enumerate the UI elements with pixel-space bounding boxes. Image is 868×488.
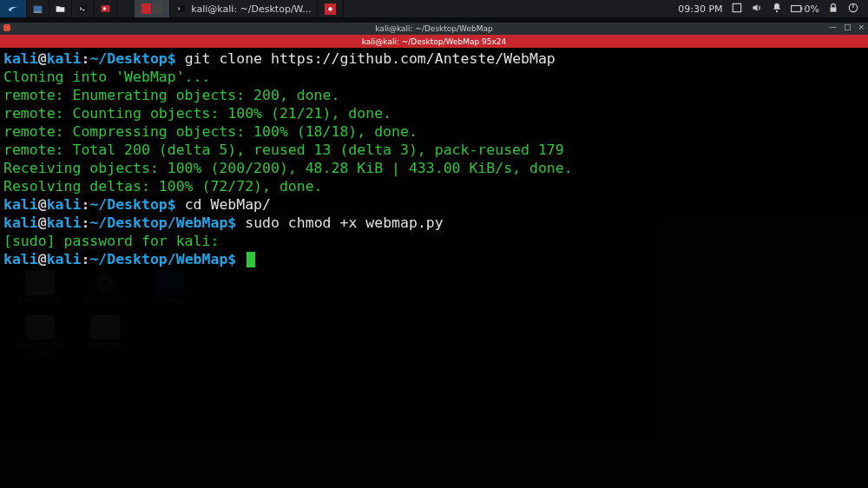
terminal-titlebar[interactable]: kali@kali: ~/Desktop/WebMap — □ ×	[0, 23, 868, 35]
terminal-tab-label: kali@kali: ~/Desktop/WebMap 95x24	[362, 37, 506, 46]
show-desktop-button[interactable]	[27, 0, 49, 17]
svg-rect-10	[733, 3, 740, 11]
file-manager-button[interactable]	[49, 0, 72, 17]
terminal-output-line: Cloning into 'WebMap'...	[3, 69, 210, 85]
terminal-output-line: [sudo] password for kali:	[3, 233, 227, 249]
terminal-output-line: Receiving objects: 100% (200/200), 48.28…	[3, 160, 573, 176]
svg-rect-2	[79, 5, 88, 12]
terminal-command: sudo chmod +x webmap.py	[236, 214, 443, 231]
svg-rect-13	[801, 7, 802, 10]
svg-point-9	[328, 7, 332, 10]
kali-menu-button[interactable]	[0, 0, 27, 17]
taskbar: kali@kali: ~/Desktop/W... 09:30 PM 0%	[0, 0, 868, 17]
prompt-path: ~/Desktop	[89, 196, 167, 213]
svg-point-4	[103, 7, 106, 10]
prompt-host: kali	[47, 50, 82, 67]
terminal-cursor	[247, 252, 255, 267]
taskbar-task-recorder[interactable]	[318, 0, 344, 17]
lock-icon[interactable]	[827, 2, 839, 16]
taskbar-task-label: kali@kali: ~/Desktop/W...	[191, 3, 311, 15]
workspace-switcher[interactable]	[135, 0, 170, 17]
power-icon[interactable]	[847, 2, 859, 16]
prompt-host: kali	[47, 251, 82, 267]
svg-point-11	[775, 10, 777, 11]
svg-rect-12	[791, 6, 800, 12]
prompt-path: ~/Desktop/WebMap	[89, 214, 227, 231]
prompt-path: ~/Desktop/WebMap	[89, 251, 227, 267]
battery-percent: 0%	[805, 3, 819, 15]
volume-icon[interactable]	[751, 2, 763, 16]
prompt-host: kali	[47, 214, 82, 231]
svg-rect-7	[177, 5, 186, 12]
window-minimize-button[interactable]: —	[829, 23, 837, 31]
notifications-icon[interactable]	[771, 2, 783, 16]
terminal-window: kali@kali: ~/Desktop/WebMap — □ × kali@k…	[0, 23, 868, 488]
terminal-output-line: remote: Compressing objects: 100% (18/18…	[3, 123, 418, 140]
terminal-body[interactable]: kali@kali:~/Desktop$ git clone https://g…	[0, 48, 868, 488]
window-maximize-button[interactable]: □	[844, 23, 852, 31]
prompt-user: kali	[3, 251, 38, 267]
prompt-user: kali	[3, 196, 38, 213]
app-launcher-button[interactable]	[95, 0, 117, 17]
terminal-output-line: remote: Counting objects: 100% (21/21), …	[3, 105, 391, 122]
svg-rect-14	[831, 7, 837, 11]
terminal-command: cd WebMap/	[176, 196, 271, 213]
terminal-launcher-button[interactable]	[72, 0, 95, 17]
svg-rect-1	[34, 11, 43, 13]
taskbar-task-terminal[interactable]: kali@kali: ~/Desktop/W...	[170, 0, 318, 17]
window-close-button[interactable]: ×	[858, 23, 865, 31]
terminal-title: kali@kali: ~/Desktop/WebMap	[375, 24, 492, 33]
terminal-tabbar[interactable]: kali@kali: ~/Desktop/WebMap 95x24	[0, 35, 868, 48]
battery-indicator[interactable]: 0%	[791, 3, 819, 15]
svg-rect-0	[34, 5, 43, 11]
taskbar-clock[interactable]: 09:30 PM	[678, 3, 722, 15]
prompt-path: ~/Desktop	[89, 50, 167, 67]
terminal-output-line: Resolving deltas: 100% (72/72), done.	[3, 178, 323, 195]
terminal-command: git clone https://github.com/Anteste/Web…	[176, 50, 556, 67]
terminal-output-line: remote: Enumerating objects: 200, done.	[3, 87, 339, 103]
window-list-icon[interactable]	[731, 2, 743, 16]
prompt-user: kali	[3, 214, 38, 231]
prompt-host: kali	[47, 196, 82, 213]
svg-rect-6	[153, 3, 162, 14]
terminal-output-line: remote: Total 200 (delta 5), reused 13 (…	[3, 142, 564, 158]
svg-rect-5	[141, 3, 151, 14]
prompt-user: kali	[3, 50, 38, 67]
titlebar-app-icon	[3, 24, 10, 31]
